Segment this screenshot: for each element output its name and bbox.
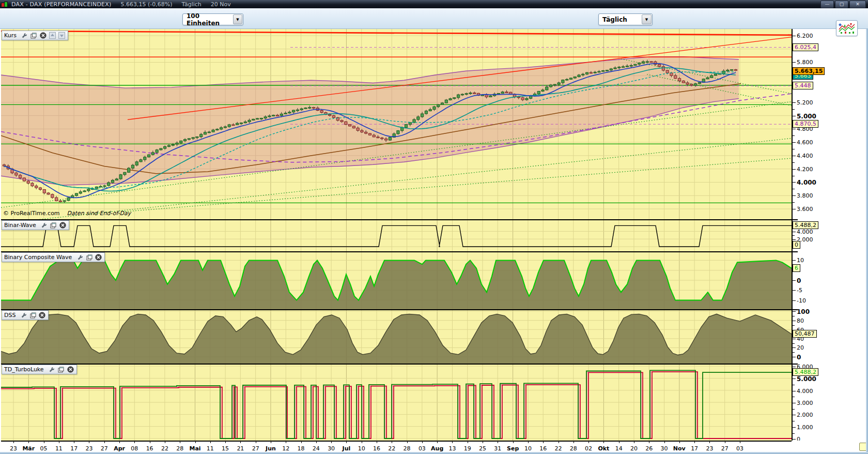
date-tick-mark bbox=[543, 441, 544, 443]
binary-composite-wave-panel[interactable] bbox=[1, 252, 792, 309]
binar-wave-panel[interactable] bbox=[1, 220, 792, 251]
bcw-panel-header[interactable]: Binary Composite Wave bbox=[2, 252, 105, 262]
axis-minor-tick bbox=[793, 235, 795, 236]
dss-panel[interactable] bbox=[1, 310, 792, 364]
axis-tick-label: 5.200 bbox=[797, 99, 813, 106]
close-tool-button[interactable] bbox=[95, 254, 102, 261]
close-tool-button[interactable] bbox=[67, 366, 74, 373]
axis-tick-mark bbox=[793, 439, 796, 440]
date-tick-mark bbox=[619, 441, 619, 443]
close-panel-icon bbox=[59, 222, 66, 229]
wrench-tool-button[interactable] bbox=[76, 254, 84, 261]
axis-tick-label: 5.800 bbox=[797, 59, 813, 66]
copy-tool-button[interactable] bbox=[57, 366, 65, 373]
axis-tick-mark bbox=[793, 156, 796, 156]
td-panel-header[interactable]: TD_TurboLuke bbox=[2, 365, 77, 374]
date-tick-mark bbox=[210, 441, 211, 443]
axis-tick-label: 10 bbox=[797, 257, 804, 264]
axis-tick-mark bbox=[793, 403, 796, 403]
axis-tick-label: 100 bbox=[797, 308, 810, 315]
date-label: 17 bbox=[70, 445, 78, 452]
close-tool-button[interactable] bbox=[39, 32, 47, 39]
date-label: 18 bbox=[298, 445, 305, 452]
date-label: 03 bbox=[419, 445, 426, 452]
units-dropdown[interactable]: 100 Einheiten ▼ bbox=[182, 13, 243, 25]
date-label: 15 bbox=[222, 445, 229, 452]
copy-tool-button[interactable] bbox=[85, 254, 93, 261]
chevron-down-icon[interactable]: ▼ bbox=[642, 14, 652, 24]
binar-panel-header[interactable]: Binar-Wave bbox=[2, 220, 69, 230]
data-source-note: © ProRealTime.comDaten sind End-of-Day bbox=[3, 210, 131, 217]
wrench-tool-button[interactable] bbox=[21, 32, 28, 39]
axis-tick-label: 5.000 bbox=[797, 375, 816, 383]
axis-tick-mark bbox=[793, 379, 796, 379]
date-tick-mark bbox=[483, 441, 483, 443]
axis-tick-mark bbox=[793, 142, 796, 143]
chevron-down-icon[interactable]: ▼ bbox=[233, 14, 242, 24]
window-frame-bottom bbox=[0, 452, 868, 454]
wrench-tool-button[interactable] bbox=[20, 312, 27, 319]
axis-tick-label: -10 bbox=[797, 297, 806, 304]
indicator-chart-icon bbox=[839, 22, 855, 34]
axis-tick-label: 6.200 bbox=[797, 33, 813, 39]
kurs-plot bbox=[1, 28, 792, 219]
td-turboluke-panel[interactable] bbox=[1, 365, 792, 441]
date-tick-mark bbox=[664, 441, 665, 443]
dss-panel-header[interactable]: DSS bbox=[2, 310, 49, 320]
date-label: 25 bbox=[479, 445, 486, 452]
axis-panel-separator bbox=[792, 219, 798, 220]
binar-wave-plot bbox=[1, 220, 792, 251]
axis-tick-label: 5.000 bbox=[797, 113, 816, 120]
axis-value-badge: 4.870,5 bbox=[793, 120, 818, 128]
indicator-settings-button[interactable] bbox=[836, 20, 858, 36]
wrench-tool-button[interactable] bbox=[48, 366, 56, 373]
date-label: 22 bbox=[388, 445, 395, 452]
maximize-button[interactable]: ▢ bbox=[835, 1, 848, 8]
date-label: 03 bbox=[736, 445, 743, 452]
date-label: 08 bbox=[131, 445, 138, 452]
axis-tick-mark bbox=[793, 367, 796, 367]
period-dropdown[interactable]: Täglich ▼ bbox=[598, 13, 653, 25]
close-tool-button[interactable] bbox=[38, 312, 46, 319]
chart-area: © ProRealTime.comDaten sind End-of-Day K… bbox=[1, 28, 792, 441]
axis-tick-mark bbox=[793, 260, 796, 261]
wrench-tool-button[interactable] bbox=[40, 222, 48, 229]
copy-tool-button[interactable] bbox=[29, 312, 37, 319]
copy-tool-button[interactable] bbox=[30, 32, 38, 39]
application-window: DAX - DAX (PERFORMANCEINDEX) 5.663,15 (-… bbox=[0, 0, 868, 454]
copy-tool-button[interactable] bbox=[50, 222, 57, 229]
axis-minor-tick bbox=[793, 421, 795, 421]
date-tick-mark bbox=[559, 441, 559, 443]
axis-tick-label: 20 bbox=[797, 344, 804, 351]
date-tick-mark bbox=[44, 441, 44, 443]
kurs-panel-header[interactable]: Kurs bbox=[2, 31, 68, 40]
date-tick-mark bbox=[59, 441, 59, 443]
axis-tick-label: 2.000 bbox=[797, 412, 813, 418]
date-label: 22 bbox=[161, 445, 168, 452]
date-tick-mark bbox=[316, 441, 317, 443]
axis-minor-tick bbox=[793, 149, 795, 149]
axis-tick-mark bbox=[793, 116, 796, 116]
down-tool-button[interactable] bbox=[58, 32, 66, 39]
date-label: 23 bbox=[10, 445, 17, 452]
axis-tick-mark bbox=[793, 357, 796, 357]
date-label: 02 bbox=[585, 445, 592, 452]
minimize-button[interactable]: — bbox=[820, 1, 834, 8]
date-tick-mark bbox=[709, 441, 710, 443]
duplicate-window-icon bbox=[58, 367, 64, 373]
axis-tick-mark bbox=[793, 300, 796, 301]
date-label: 28 bbox=[404, 445, 411, 452]
axis-value-badge: 6 bbox=[793, 264, 800, 272]
axis-tick-mark bbox=[793, 239, 796, 240]
title-bar: DAX - DAX (PERFORMANCEINDEX) 5.663,15 (-… bbox=[0, 0, 868, 8]
axis-tick-label: 0 bbox=[797, 277, 801, 284]
date-tick-mark bbox=[574, 441, 574, 443]
date-label: 05 bbox=[40, 445, 48, 452]
kurs-panel[interactable] bbox=[1, 28, 792, 219]
close-tool-button[interactable] bbox=[59, 222, 67, 229]
axis-tick-mark bbox=[793, 347, 796, 348]
price-axis-gutter: 6.2005.8005.2005.0004.8004.6004.4004.200… bbox=[792, 28, 868, 441]
up-tool-button[interactable] bbox=[49, 32, 56, 39]
close-panel-icon bbox=[95, 254, 102, 261]
close-button[interactable]: ✕ bbox=[849, 1, 866, 8]
